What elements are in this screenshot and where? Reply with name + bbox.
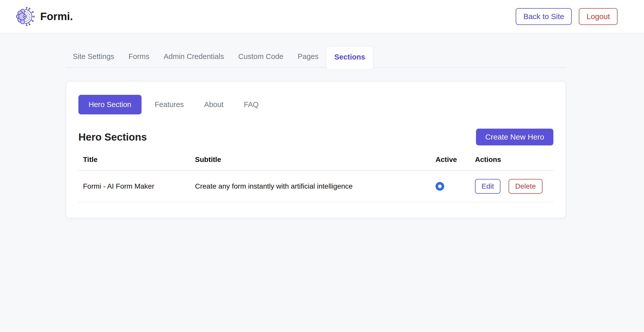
cell-title: Formi - AI Form Maker <box>78 171 190 202</box>
page-title: Hero Sections <box>78 131 147 143</box>
delete-button[interactable]: Delete <box>509 179 542 194</box>
back-to-site-button[interactable]: Back to Site <box>516 8 572 25</box>
active-radio-on-icon[interactable] <box>436 182 444 191</box>
cell-subtitle: Create any form instantly with artificia… <box>190 171 431 202</box>
subtab-hero-section[interactable]: Hero Section <box>78 95 142 114</box>
main-container: Site Settings Forms Admin Credentials Cu… <box>66 46 566 218</box>
column-header-title: Title <box>78 153 190 171</box>
column-header-subtitle: Subtitle <box>190 153 431 171</box>
hero-sections-table: Title Subtitle Active Actions Formi - AI… <box>78 153 553 202</box>
tab-sections[interactable]: Sections <box>326 46 374 70</box>
subtab-faq[interactable]: FAQ <box>237 100 266 109</box>
column-header-active: Active <box>431 153 470 171</box>
create-new-hero-button[interactable]: Create New Hero <box>476 129 553 145</box>
table-header-row: Title Subtitle Active Actions <box>78 153 553 171</box>
brand-name: Formi. <box>40 10 73 23</box>
column-header-actions: Actions <box>470 153 553 171</box>
edit-button[interactable]: Edit <box>475 179 500 194</box>
app-header: Formi. Back to Site Logout <box>0 0 644 34</box>
section-type-tabs: Hero Section Features About FAQ <box>78 95 553 114</box>
tab-pages[interactable]: Pages <box>290 46 326 67</box>
tab-forms[interactable]: Forms <box>121 46 157 67</box>
cell-actions: Edit Delete <box>470 171 553 202</box>
tab-admin-credentials[interactable]: Admin Credentials <box>157 46 231 67</box>
brain-circuit-logo-icon <box>15 7 35 26</box>
header-actions: Back to Site Logout <box>516 8 618 25</box>
panel-head: Hero Sections Create New Hero <box>78 129 553 145</box>
tab-site-settings[interactable]: Site Settings <box>66 46 121 67</box>
table-row: Formi - AI Form Maker Create any form in… <box>78 171 553 202</box>
subtab-about[interactable]: About <box>197 100 231 109</box>
subtab-features[interactable]: Features <box>148 100 191 109</box>
cell-active <box>431 171 470 202</box>
sections-panel-card: Hero Section Features About FAQ Hero Sec… <box>66 81 566 218</box>
tab-custom-code[interactable]: Custom Code <box>231 46 290 67</box>
logout-button[interactable]: Logout <box>579 8 618 25</box>
brand: Formi. <box>15 7 73 26</box>
admin-tab-bar: Site Settings Forms Admin Credentials Cu… <box>66 46 566 68</box>
